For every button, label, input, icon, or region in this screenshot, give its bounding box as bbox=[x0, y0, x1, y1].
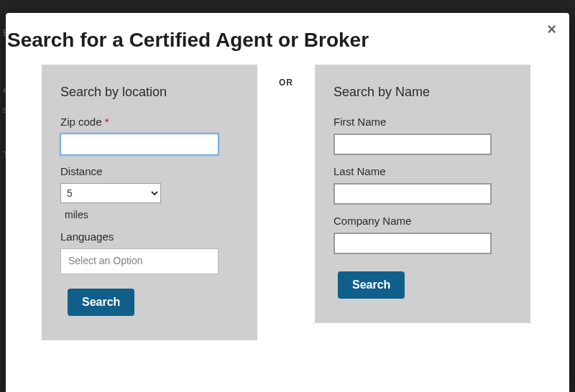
distance-select[interactable]: 5 bbox=[60, 183, 161, 203]
first-name-field: First Name bbox=[334, 116, 512, 155]
modal-columns: Search by location Zip code * Distance 5… bbox=[6, 65, 569, 340]
last-name-field: Last Name bbox=[334, 165, 512, 205]
company-input[interactable] bbox=[334, 233, 492, 254]
last-name-input[interactable] bbox=[334, 183, 492, 205]
distance-label: Distance bbox=[60, 165, 239, 177]
name-heading: Search by Name bbox=[334, 85, 512, 100]
company-field: Company Name bbox=[334, 215, 512, 254]
search-by-name-panel: Search by Name First Name Last Name Comp… bbox=[315, 65, 530, 323]
languages-select[interactable]: Select an Option bbox=[60, 248, 218, 274]
zip-label: Zip code * bbox=[60, 116, 239, 128]
search-modal: × Search for a Certified Agent or Broker… bbox=[6, 13, 569, 392]
search-by-location-button[interactable]: Search bbox=[68, 289, 134, 316]
distance-field: Distance 5 miles bbox=[60, 165, 239, 220]
distance-unit: miles bbox=[65, 209, 239, 220]
required-indicator: * bbox=[105, 116, 109, 128]
modal-title: Search for a Certified Agent or Broker bbox=[6, 23, 569, 65]
zip-input[interactable] bbox=[60, 134, 218, 155]
close-icon[interactable]: × bbox=[547, 22, 556, 37]
zip-field: Zip code * bbox=[60, 116, 239, 155]
languages-field: Languages Select an Option bbox=[60, 230, 239, 274]
first-name-input[interactable] bbox=[334, 134, 492, 155]
company-label: Company Name bbox=[334, 215, 512, 227]
zip-label-text: Zip code bbox=[60, 116, 102, 128]
last-name-label: Last Name bbox=[334, 165, 512, 177]
or-divider: OR bbox=[272, 65, 300, 88]
location-heading: Search by location bbox=[60, 85, 239, 100]
first-name-label: First Name bbox=[334, 116, 512, 128]
languages-label: Languages bbox=[60, 230, 239, 243]
search-by-name-button[interactable]: Search bbox=[338, 271, 405, 299]
search-by-location-panel: Search by location Zip code * Distance 5… bbox=[42, 65, 257, 340]
